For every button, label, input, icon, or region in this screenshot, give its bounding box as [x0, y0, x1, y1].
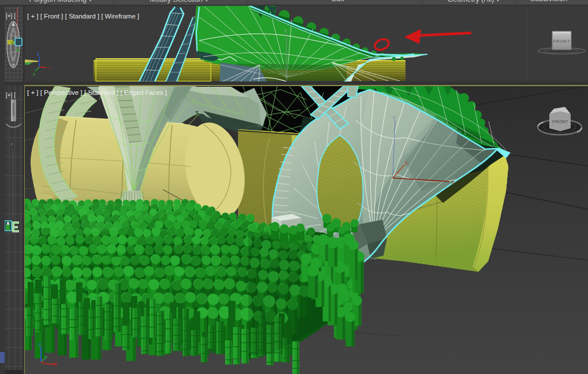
svg-text:[ + ] [ Perspective ] [ Standa: [ + ] [ Perspective ] [ Standard ] [ Edg… [27, 89, 167, 96]
svg-text:y: y [44, 354, 47, 360]
svg-text:z: z [37, 51, 39, 57]
svg-text:x: x [452, 179, 455, 185]
svg-text:[+] [: [+] [ [6, 92, 16, 98]
svg-text:x: x [54, 362, 57, 368]
svg-text:z: z [11, 141, 13, 146]
svg-text:z: z [393, 114, 396, 120]
svg-text:[ + ] [ Front ] [ Standard ] [: [ + ] [ Front ] [ Standard ] [ Wireframe… [27, 13, 139, 20]
svg-text:y: y [405, 160, 408, 165]
svg-text:[+] [: [+] [ [6, 13, 16, 19]
svg-text:z: z [284, 28, 287, 34]
svg-text:y: y [33, 71, 35, 76]
svg-text:FRONT: FRONT [552, 119, 568, 124]
svg-text:FRONT: FRONT [553, 39, 570, 44]
svg-text:x: x [49, 65, 51, 71]
svg-text:z: z [39, 342, 42, 347]
